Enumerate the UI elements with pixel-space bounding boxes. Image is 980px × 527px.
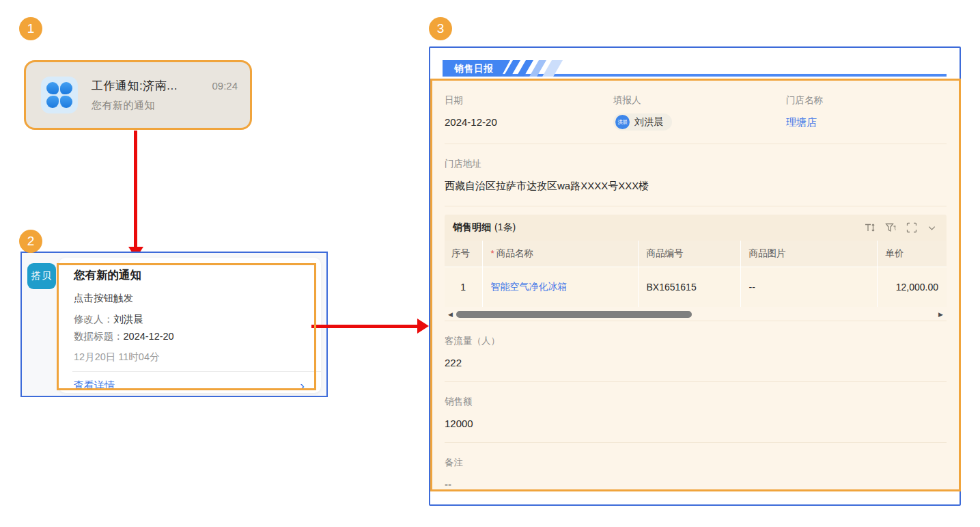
cell-unit-price: 12,000.00 bbox=[877, 267, 947, 307]
cell-product-image: -- bbox=[740, 267, 877, 307]
notification-title: 工作通知:济南... bbox=[92, 78, 178, 94]
modifier-value: 刘洪晨 bbox=[113, 314, 143, 325]
message-title: 您有新的通知 bbox=[74, 268, 310, 283]
data-title-label: 数据标题： bbox=[74, 331, 124, 342]
field-store-name: 门店名称 理塘店 bbox=[786, 81, 947, 144]
field-store-address-label: 门店地址 bbox=[445, 158, 947, 170]
field-traffic-label: 客流量（人） bbox=[445, 335, 947, 347]
chevron-right-icon: › bbox=[300, 379, 305, 392]
cell-product-code: BX1651615 bbox=[638, 267, 740, 307]
scroll-right-icon[interactable]: ▶ bbox=[936, 311, 945, 318]
cell-index: 1 bbox=[445, 267, 482, 307]
chat-message-panel: 搭贝 您有新的通知 点击按钮触发 修改人：刘洪晨 数据标题：2024-12-20… bbox=[20, 252, 328, 397]
sales-detail-section: 销售明细 (1条) bbox=[445, 215, 947, 321]
form-divider bbox=[445, 206, 947, 206]
push-notification-card[interactable]: 工作通知:济南... 09:24 您有新的通知 bbox=[24, 60, 252, 130]
col-product-name: *商品名称 bbox=[482, 241, 638, 267]
field-remark-label: 备注 bbox=[445, 457, 947, 469]
field-sales-amount: 销售额 12000 bbox=[445, 382, 947, 442]
step-2-badge: 2 bbox=[19, 230, 42, 253]
clover-icon bbox=[46, 82, 72, 108]
arrow-step2-to-step3 bbox=[311, 325, 419, 328]
table-header-row: 序号 *商品名称 商品编号 商品图片 单价 bbox=[445, 241, 947, 267]
notification-text: 工作通知:济南... 09:24 您有新的通知 bbox=[92, 78, 238, 112]
field-sales-amount-label: 销售额 bbox=[445, 396, 947, 408]
field-traffic: 客流量（人） 222 bbox=[445, 321, 947, 381]
view-details-label: 查看详情 bbox=[74, 379, 115, 392]
chevron-down-icon[interactable] bbox=[927, 223, 937, 233]
sales-detail-table: 序号 *商品名称 商品编号 商品图片 单价 1 智能空气净化冰箱 BX16516… bbox=[445, 241, 947, 307]
message-timestamp: 12月20日 11时04分 bbox=[74, 351, 310, 364]
field-store-address: 门店地址 西藏自治区拉萨市达孜区wa路XXXX号XXX楼 bbox=[445, 144, 947, 206]
field-traffic-value: 222 bbox=[445, 357, 947, 381]
expand-icon[interactable] bbox=[906, 222, 917, 233]
text-size-icon[interactable] bbox=[864, 222, 876, 233]
dingtalk-work-notification-icon bbox=[41, 77, 78, 113]
field-date-label: 日期 bbox=[445, 94, 613, 107]
sales-detail-title: 销售明细 bbox=[453, 221, 491, 234]
data-title-value: 2024-12-20 bbox=[124, 331, 174, 342]
tutorial-canvas: 1 2 3 工作通知:济南... 09:24 您有新的通知 搭贝 您有新的通知 … bbox=[0, 0, 980, 527]
message-body: 点击按钮触发 bbox=[74, 292, 310, 305]
step-3-badge: 3 bbox=[429, 17, 452, 40]
scroll-left-icon[interactable]: ◀ bbox=[446, 311, 455, 318]
step-1-badge: 1 bbox=[19, 17, 42, 40]
report-form: 日期 2024-12-20 填报人 洪晨 刘洪晨 门店名称 理塘店 bbox=[430, 79, 961, 491]
report-banner: 销售日报 bbox=[443, 60, 947, 77]
field-store-address-value: 西藏自治区拉萨市达孜区wa路XXXX号XXX楼 bbox=[445, 180, 947, 206]
filter-icon[interactable] bbox=[885, 222, 897, 233]
cell-product-name: 智能空气净化冰箱 bbox=[482, 267, 638, 307]
notification-message-card[interactable]: 您有新的通知 点击按钮触发 修改人：刘洪晨 数据标题：2024-12-20 12… bbox=[59, 258, 321, 393]
table-row: 1 智能空气净化冰箱 BX1651615 -- 12,000.00 bbox=[445, 267, 947, 307]
sales-detail-count: (1条) bbox=[494, 221, 516, 234]
view-details-link[interactable]: 查看详情 › bbox=[74, 379, 310, 392]
dabei-app-avatar: 搭贝 bbox=[27, 263, 56, 289]
scrollbar-thumb[interactable] bbox=[456, 311, 692, 318]
modifier-row: 修改人：刘洪晨 bbox=[74, 313, 310, 326]
data-title-row: 数据标题：2024-12-20 bbox=[74, 330, 310, 343]
product-link[interactable]: 智能空气净化冰箱 bbox=[491, 281, 568, 292]
reporter-avatar: 洪晨 bbox=[615, 115, 630, 129]
modifier-label: 修改人： bbox=[74, 314, 113, 325]
report-title: 销售日报 bbox=[443, 60, 510, 77]
required-mark: * bbox=[491, 248, 494, 258]
sales-detail-header: 销售明细 (1条) bbox=[445, 215, 947, 241]
arrow-step1-to-step2 bbox=[134, 131, 137, 247]
field-remark-value: -- bbox=[445, 478, 947, 491]
notification-message: 您有新的通知 bbox=[92, 99, 238, 112]
field-sales-amount-value: 12000 bbox=[445, 418, 947, 442]
sales-report-panel: 销售日报 日期 2024-12-20 填报人 洪晨 刘洪晨 bbox=[429, 46, 961, 506]
col-index: 序号 bbox=[445, 241, 482, 267]
field-store-name-label: 门店名称 bbox=[786, 94, 947, 107]
store-name-link[interactable]: 理塘店 bbox=[786, 116, 947, 142]
notification-time: 09:24 bbox=[212, 80, 238, 92]
reporter-chip[interactable]: 洪晨 刘洪晨 bbox=[613, 113, 672, 131]
scrollbar-track[interactable] bbox=[455, 311, 936, 318]
field-remark: 备注 -- bbox=[445, 443, 947, 491]
col-product-image: 商品图片 bbox=[740, 241, 877, 267]
horizontal-scrollbar[interactable]: ◀ ▶ bbox=[445, 308, 947, 321]
field-date-value: 2024-12-20 bbox=[445, 116, 613, 141]
arrow-step2-to-step3-head bbox=[417, 319, 429, 334]
message-divider bbox=[72, 371, 321, 372]
field-reporter-label: 填报人 bbox=[613, 94, 786, 107]
col-unit-price: 单价 bbox=[877, 241, 947, 267]
field-reporter: 填报人 洪晨 刘洪晨 bbox=[613, 81, 786, 144]
col-product-code: 商品编号 bbox=[638, 241, 740, 267]
reporter-name: 刘洪晨 bbox=[634, 116, 663, 129]
field-date: 日期 2024-12-20 bbox=[445, 81, 613, 144]
